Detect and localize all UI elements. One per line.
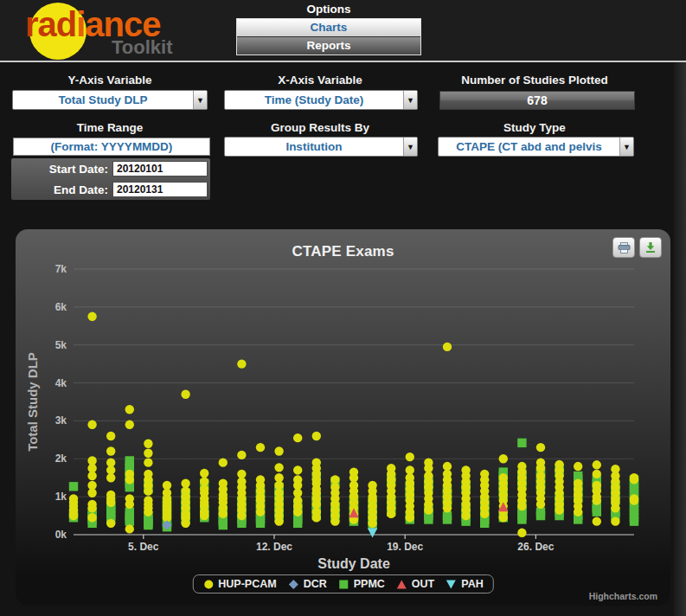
options-button-group: Charts Reports: [236, 18, 421, 55]
square-legend-icon: [338, 579, 349, 590]
svg-text:4k: 4k: [55, 377, 67, 389]
app-header: radiance Toolkit Options Charts Reports: [0, 0, 686, 62]
dropdown-arrow-icon[interactable]: ▼: [193, 91, 207, 109]
svg-text:3k: 3k: [55, 414, 67, 427]
start-date-label: Start Date:: [11, 163, 112, 176]
svg-text:12. Dec: 12. Dec: [256, 541, 292, 553]
reports-button[interactable]: Reports: [237, 36, 420, 55]
svg-text:1k: 1k: [55, 491, 67, 503]
dropdown-arrow-icon[interactable]: ▼: [403, 91, 417, 109]
legend-item-out[interactable]: OUT: [396, 578, 434, 590]
study-type-selected-value: CTAPE (CT abd and pelvis: [439, 138, 619, 156]
svg-text:5k: 5k: [55, 339, 67, 351]
svg-text:2k: 2k: [55, 452, 67, 465]
dropdown-arrow-icon[interactable]: ▼: [619, 138, 633, 156]
end-date-input[interactable]: [112, 182, 208, 197]
start-date-input[interactable]: [112, 161, 208, 176]
studies-plotted-value: 678: [439, 91, 635, 110]
group-results-label: Group Results By: [223, 121, 417, 134]
end-date-row: End Date:: [11, 179, 210, 200]
legend-item-dcr[interactable]: DCR: [288, 578, 327, 590]
legend-item-hup-pcam[interactable]: HUP-PCAM: [202, 578, 276, 590]
y-axis-selected-value: Total Study DLP: [13, 91, 193, 109]
y-axis-variable-select[interactable]: Total Study DLP ▼: [12, 90, 208, 110]
x-axis-selected-value: Time (Study Date): [225, 91, 403, 109]
printer-icon: [618, 242, 631, 253]
legend-label: PPMC: [354, 578, 385, 590]
triangle-down-legend-icon: [446, 579, 457, 590]
highcharts-credit: Highcharts.com: [589, 591, 657, 601]
scatter-plot: 0k1k2k3k4k5k6k7kTotal Study DLP5. Dec12.…: [16, 229, 670, 606]
charts-button[interactable]: Charts: [237, 19, 420, 36]
legend-label: HUP-PCAM: [218, 578, 276, 590]
end-date-label: End Date:: [11, 183, 112, 196]
legend-item-ppmc[interactable]: PPMC: [338, 578, 385, 590]
circle-legend-icon: [202, 579, 214, 590]
group-results-select[interactable]: Institution ▼: [224, 137, 418, 157]
diamond-legend-icon: [288, 579, 299, 590]
x-axis-variable-select[interactable]: Time (Study Date) ▼: [224, 90, 418, 110]
time-range-label: Time Range: [11, 121, 208, 134]
study-type-label: Study Type: [433, 121, 637, 134]
print-button[interactable]: [612, 237, 635, 258]
svg-text:19. Dec: 19. Dec: [387, 541, 423, 553]
legend-item-pah[interactable]: PAH: [446, 578, 483, 590]
chart-legend: HUP-PCAMDCRPPMCOUTPAH: [192, 574, 493, 594]
svg-text:0k: 0k: [55, 529, 67, 541]
legend-label: DCR: [304, 578, 327, 590]
y-axis-variable-label: Y-Axis Variable: [11, 74, 208, 87]
chart-title: CTAPE Exams: [16, 243, 670, 260]
date-range-panel: Start Date: End Date:: [11, 158, 210, 200]
download-icon: [644, 241, 657, 253]
download-button[interactable]: [639, 237, 662, 258]
options-menu: Options Charts Reports: [236, 3, 421, 55]
dropdown-arrow-icon[interactable]: ▼: [403, 138, 417, 156]
triangle-up-legend-icon: [396, 579, 407, 590]
study-type-select[interactable]: CTAPE (CT abd and pelvis ▼: [438, 137, 634, 157]
group-results-selected-value: Institution: [225, 138, 403, 156]
svg-text:26. Dec: 26. Dec: [517, 541, 554, 553]
svg-text:6k: 6k: [55, 301, 67, 313]
legend-label: OUT: [412, 578, 434, 590]
page-right-gutter: [674, 62, 686, 616]
legend-label: PAH: [461, 578, 483, 590]
start-date-row: Start Date:: [11, 158, 210, 179]
svg-text:7k: 7k: [55, 263, 67, 275]
svg-text:Total Study DLP: Total Study DLP: [25, 352, 40, 452]
svg-text:Study Date: Study Date: [317, 556, 390, 571]
chart-panel: 0k1k2k3k4k5k6k7kTotal Study DLP5. Dec12.…: [16, 229, 670, 606]
studies-plotted-label: Number of Studies Plotted: [433, 74, 637, 87]
chart-export-buttons: [612, 237, 662, 258]
options-label: Options: [236, 3, 421, 16]
logo-text-rad: rad: [25, 5, 76, 43]
date-format-hint: (Format: YYYYMMDD): [13, 138, 210, 156]
x-axis-variable-label: X-Axis Variable: [223, 74, 417, 87]
svg-text:5. Dec: 5. Dec: [128, 541, 159, 553]
logo-subtitle: Toolkit: [112, 36, 172, 59]
